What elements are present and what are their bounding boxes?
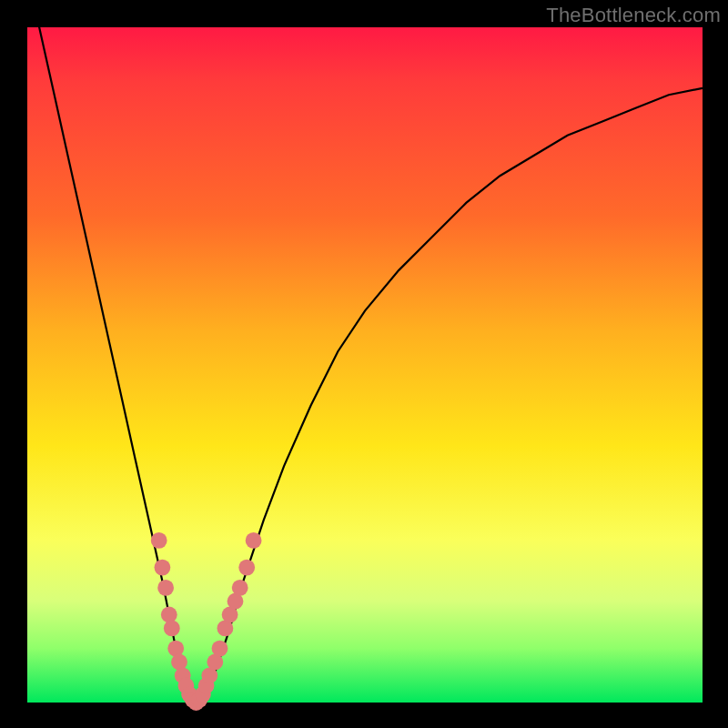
data-point	[232, 580, 248, 596]
data-point	[157, 580, 174, 596]
data-point	[164, 621, 180, 637]
watermark-text: TheBottleneck.com	[546, 4, 721, 27]
plot-area	[27, 27, 703, 703]
data-point	[171, 654, 187, 671]
data-point-markers	[151, 532, 262, 711]
data-point	[151, 532, 167, 549]
data-point	[155, 560, 171, 576]
data-point	[167, 641, 184, 657]
data-point	[161, 607, 177, 623]
data-point	[246, 532, 262, 549]
bottleneck-curve	[27, 0, 703, 703]
data-point	[212, 641, 228, 657]
data-point	[238, 560, 255, 576]
chart-frame: TheBottleneck.com	[0, 0, 728, 728]
chart-svg	[27, 27, 703, 703]
